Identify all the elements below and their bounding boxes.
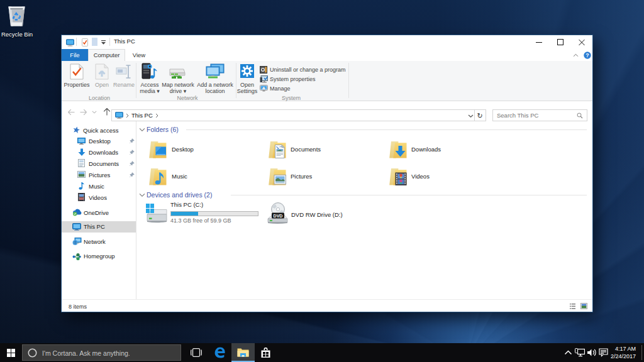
svg-text:DVD: DVD xyxy=(274,214,283,218)
svg-text:?: ? xyxy=(586,52,589,58)
